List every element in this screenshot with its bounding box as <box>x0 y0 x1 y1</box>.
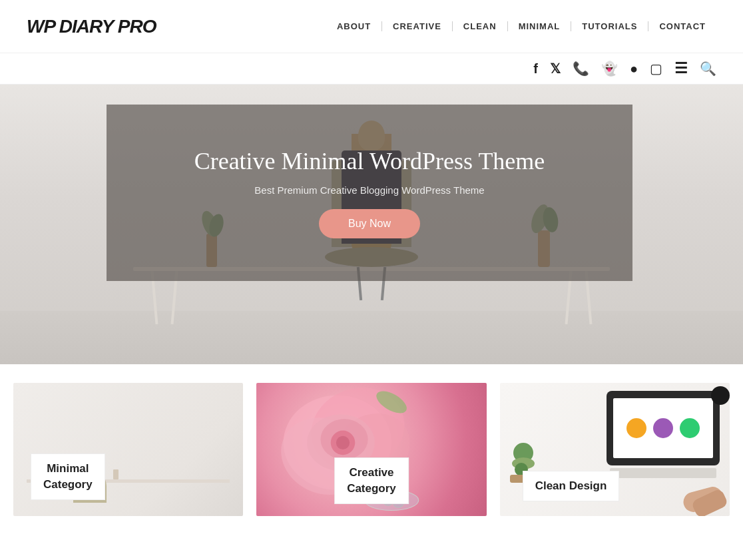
creative-category-label: Creative Category <box>334 457 409 504</box>
clean-design-label: Clean Design <box>523 471 620 501</box>
search-icon[interactable]: 🔍 <box>700 61 716 77</box>
hero-section: Creative Minimal WordPress Theme Best Pr… <box>0 85 743 364</box>
hero-title: Creative Minimal WordPress Theme <box>194 147 545 175</box>
site-logo[interactable]: WP DIARY PRO <box>27 16 156 37</box>
hero-overlay: Creative Minimal WordPress Theme Best Pr… <box>107 105 632 281</box>
svg-point-7 <box>336 436 350 449</box>
nav-item-tutorials[interactable]: TUTORIALS <box>571 21 648 31</box>
minimal-category-card[interactable]: Minimal Category <box>13 383 243 516</box>
buy-now-button[interactable]: Buy Now <box>319 209 420 238</box>
nav-item-about[interactable]: ABOUT <box>326 21 382 31</box>
reddit-icon[interactable]: ● <box>630 61 638 77</box>
nav-item-clean[interactable]: CLEAN <box>453 21 508 31</box>
main-nav: ABOUT CREATIVE CLEAN MINIMAL TUTORIALS C… <box>326 21 716 31</box>
nav-item-minimal[interactable]: MINIMAL <box>508 21 572 31</box>
twitter-icon[interactable]: 𝕏 <box>550 61 561 77</box>
nav-item-contact[interactable]: CONTACT <box>648 21 716 31</box>
cards-section: Minimal Category <box>0 364 743 535</box>
facebook-icon[interactable]: f <box>533 61 538 77</box>
instagram-icon[interactable]: ▢ <box>650 61 662 77</box>
snapchat-icon[interactable]: 👻 <box>601 61 618 77</box>
social-bar: f 𝕏 📞 👻 ● ▢ ☰ 🔍 <box>0 53 743 85</box>
creative-category-card[interactable]: Creative Category <box>256 383 486 516</box>
menu-icon[interactable]: ☰ <box>674 60 688 77</box>
whatsapp-icon[interactable]: 📞 <box>573 61 589 77</box>
clean-design-card[interactable]: Clean Design <box>500 383 730 516</box>
site-header: WP DIARY PRO ABOUT CREATIVE CLEAN MINIMA… <box>0 0 743 53</box>
minimal-category-label: Minimal Category <box>31 453 105 500</box>
nav-item-creative[interactable]: CREATIVE <box>382 21 453 31</box>
hero-subtitle: Best Premium Creative Blogging WordPress… <box>254 184 484 196</box>
